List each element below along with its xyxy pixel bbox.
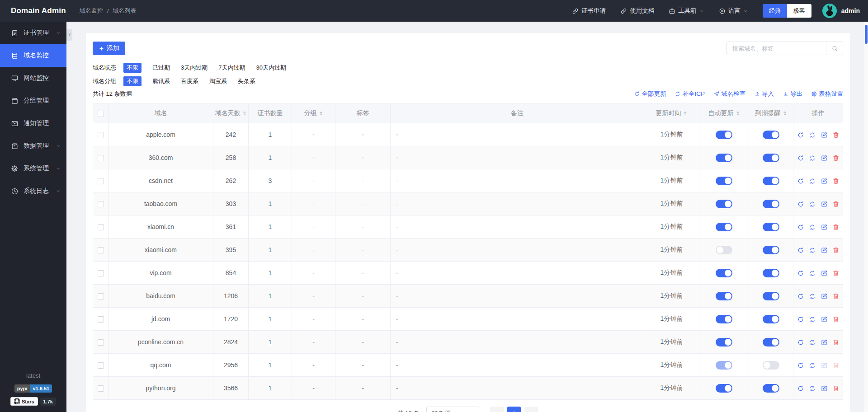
row-checkbox[interactable]: [98, 224, 104, 230]
filter-option[interactable]: 30天内过期: [256, 64, 286, 72]
filter-option[interactable]: 3天内过期: [181, 64, 208, 72]
filter-option[interactable]: 百度系: [181, 77, 198, 85]
sort-caret-icon[interactable]: [242, 110, 247, 117]
edit-icon[interactable]: [821, 385, 828, 392]
row-checkbox[interactable]: [98, 247, 104, 253]
sync-icon[interactable]: [809, 247, 816, 254]
auto-update-toggle[interactable]: [716, 269, 732, 277]
filter-option[interactable]: 头条系: [238, 77, 255, 85]
expire-remind-toggle[interactable]: [763, 269, 779, 277]
row-checkbox[interactable]: [98, 385, 104, 392]
row-checkbox[interactable]: [98, 270, 104, 276]
expire-remind-toggle[interactable]: [763, 361, 779, 370]
column-header[interactable]: 分组: [292, 104, 335, 123]
add-domain-button[interactable]: 添加: [93, 42, 125, 55]
auto-update-toggle[interactable]: [716, 131, 732, 139]
auto-update-toggle[interactable]: [716, 338, 732, 346]
sidebar-item-domain-monitor[interactable]: 域名监控: [0, 44, 66, 67]
sync-icon[interactable]: [809, 362, 816, 369]
sync-icon[interactable]: [809, 385, 816, 392]
delete-icon[interactable]: [832, 178, 840, 185]
import-link[interactable]: 导入: [754, 90, 774, 98]
refresh-icon[interactable]: [797, 385, 804, 392]
expire-remind-toggle[interactable]: [763, 246, 779, 254]
filter-option[interactable]: 不限: [123, 63, 142, 73]
row-checkbox[interactable]: [98, 316, 104, 323]
auto-update-toggle[interactable]: [716, 246, 732, 254]
scrollbar-track[interactable]: [864, 22, 868, 412]
sort-caret-icon[interactable]: [319, 110, 323, 117]
delete-icon[interactable]: [832, 385, 840, 392]
expire-remind-toggle[interactable]: [763, 338, 779, 346]
refresh-icon[interactable]: [797, 293, 804, 300]
sidebar-collapse-handle[interactable]: [66, 29, 72, 41]
delete-icon[interactable]: [832, 270, 840, 277]
toolbox-menu[interactable]: 工具箱: [669, 7, 704, 15]
sidebar-item-cert-manage[interactable]: 证书管理: [0, 22, 66, 44]
expire-remind-toggle[interactable]: [763, 315, 779, 323]
refresh-icon[interactable]: [797, 178, 804, 185]
auto-update-toggle[interactable]: [716, 154, 732, 162]
prev-page-button[interactable]: [490, 407, 504, 412]
delete-icon[interactable]: [832, 316, 840, 323]
auto-update-toggle[interactable]: [716, 361, 732, 370]
expire-remind-toggle[interactable]: [763, 223, 779, 231]
github-stars-badge[interactable]: Stars 1.7k: [0, 397, 66, 406]
filter-option[interactable]: 已过期: [152, 64, 170, 72]
sidebar-item-group-manage[interactable]: 分组管理: [0, 89, 66, 112]
page-size-select[interactable]: 20条/页: [426, 407, 479, 412]
delete-icon[interactable]: [832, 247, 840, 254]
edit-icon[interactable]: [821, 178, 828, 185]
delete-icon[interactable]: [832, 224, 840, 231]
sync-icon[interactable]: [809, 270, 816, 277]
auto-update-toggle[interactable]: [716, 223, 732, 231]
pypi-version-badge[interactable]: pypiv1.6.51: [14, 384, 52, 393]
sync-icon[interactable]: [809, 201, 816, 208]
sync-icon[interactable]: [809, 131, 816, 139]
page-1-button[interactable]: 1: [507, 407, 521, 412]
avatar[interactable]: [822, 4, 837, 18]
edit-icon[interactable]: [821, 316, 828, 323]
sort-caret-icon[interactable]: [683, 110, 688, 117]
refresh-icon[interactable]: [797, 270, 804, 277]
filter-option[interactable]: 7天内过期: [218, 64, 245, 72]
auto-update-toggle[interactable]: [716, 384, 732, 393]
column-header[interactable]: 自动更新: [699, 104, 749, 123]
delete-icon[interactable]: [832, 293, 840, 300]
next-page-button[interactable]: [524, 407, 538, 412]
edit-icon[interactable]: [821, 201, 828, 208]
delete-icon[interactable]: [832, 362, 840, 369]
edit-icon[interactable]: [821, 293, 828, 300]
column-header[interactable]: 域名天数: [213, 104, 249, 123]
language-menu[interactable]: 语言: [719, 7, 748, 15]
fill-icp-link[interactable]: 补全ICP: [675, 90, 705, 98]
theme-geek-button[interactable]: 极客: [787, 4, 811, 18]
refresh-icon[interactable]: [797, 316, 804, 323]
refresh-icon[interactable]: [797, 154, 804, 162]
sync-icon[interactable]: [809, 293, 816, 300]
sidebar-item-notify-manage[interactable]: 通知管理: [0, 112, 66, 135]
search-input[interactable]: [727, 42, 826, 55]
edit-icon[interactable]: [821, 270, 828, 277]
refresh-icon[interactable]: [797, 247, 804, 254]
refresh-icon[interactable]: [797, 339, 804, 346]
auto-update-toggle[interactable]: [716, 200, 732, 208]
sync-icon[interactable]: [809, 154, 816, 162]
row-checkbox[interactable]: [98, 362, 104, 369]
auto-update-toggle[interactable]: [716, 315, 732, 323]
sidebar-item-system-logs[interactable]: 系统日志: [0, 180, 66, 202]
docs-link[interactable]: 使用文档: [620, 7, 654, 15]
expire-remind-toggle[interactable]: [763, 131, 779, 139]
refresh-all-link[interactable]: 全部更新: [634, 90, 666, 98]
edit-icon[interactable]: [821, 224, 828, 231]
column-header[interactable]: 到期提醒: [749, 104, 793, 123]
filter-option[interactable]: 腾讯系: [152, 77, 170, 85]
auto-update-toggle[interactable]: [716, 177, 732, 185]
sync-icon[interactable]: [809, 178, 816, 185]
row-checkbox[interactable]: [98, 132, 104, 138]
table-settings-link[interactable]: 表格设置: [811, 90, 843, 98]
edit-icon[interactable]: [821, 154, 828, 162]
edit-icon[interactable]: [821, 247, 828, 254]
sort-caret-icon[interactable]: [783, 110, 787, 117]
edit-icon[interactable]: [821, 131, 828, 139]
